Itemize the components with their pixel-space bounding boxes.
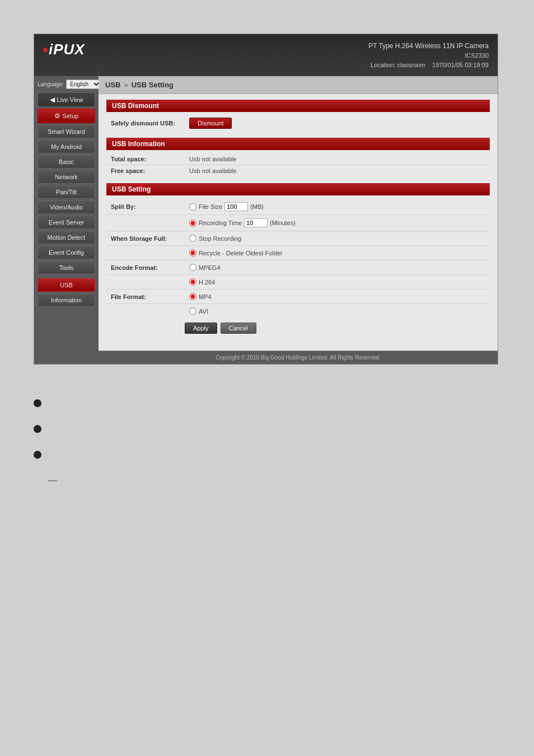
sidebar-item-label: Event Config xyxy=(49,249,84,256)
stop-recording-radio[interactable] xyxy=(189,235,196,242)
sidebar-item-label: My Android xyxy=(51,143,82,150)
sidebar-item-video-audio[interactable]: Video/Audio xyxy=(38,200,95,214)
location-datetime: Location: classroom 1970/01/05 03:19:09 xyxy=(368,60,489,70)
sidebar-item-tools[interactable]: Tools xyxy=(38,261,95,274)
avi-radio-row: AVI xyxy=(189,307,485,315)
bullet-section-3 xyxy=(34,450,500,459)
sidebar-item-label: Video/Audio xyxy=(50,204,83,211)
h264-radio-row: H.264 xyxy=(189,278,485,286)
header-info: PT Type H.264 Wireless 11N IP Camera ICS… xyxy=(368,41,489,69)
sidebar-item-label: Smart Wizard xyxy=(48,128,85,135)
logo-dot xyxy=(43,48,48,52)
sidebar-item-label: Information xyxy=(51,297,82,304)
sidebar-item-motion-detect[interactable]: Motion Detect xyxy=(38,231,95,244)
language-select[interactable]: English French German xyxy=(66,80,101,89)
header: iPUX PT Type H.264 Wireless 11N IP Camer… xyxy=(34,34,498,76)
sidebar-item-label: Setup xyxy=(63,113,79,119)
recycle-radio[interactable] xyxy=(189,249,196,256)
bullet-dot-3 xyxy=(34,451,41,459)
stop-recording-cell: Stop Recording xyxy=(185,231,490,246)
table-row: Encode Format: MPEG4 xyxy=(106,260,490,275)
content-body: USB Dismount Safely dismount USB: Dismou… xyxy=(99,94,498,351)
sidebar-item-network[interactable]: Network xyxy=(38,170,95,184)
usb-information-section: USB Information Total space: Usb not ava… xyxy=(106,138,490,176)
sidebar-item-my-android[interactable]: My Android xyxy=(38,140,95,153)
sidebar-item-basic[interactable]: Basic xyxy=(38,155,95,169)
recording-time-radio-row: Recording Time (Minutes) xyxy=(189,218,485,227)
dismount-label: Safely dismount USB: xyxy=(106,115,185,131)
usb-dismount-section: USB Dismount Safely dismount USB: Dismou… xyxy=(106,100,490,131)
sidebar-item-label: Basic xyxy=(59,158,74,165)
logo: iPUX xyxy=(43,41,85,58)
sidebar-item-label: Live View xyxy=(57,96,83,103)
sidebar-item-label: Tools xyxy=(59,264,74,271)
table-row: Split By: File Size (MB) xyxy=(106,199,490,215)
mpeg4-radio-row: MPEG4 xyxy=(189,264,485,271)
file-size-radio-row: File Size (MB) xyxy=(189,202,485,211)
avi-radio[interactable] xyxy=(189,307,196,315)
table-row: Recycle - Delete Oldest Folder xyxy=(106,246,490,260)
usb-setting-section: USB Setting Split By: File Size xyxy=(106,183,490,338)
bullet-section-1 xyxy=(34,398,500,407)
h264-label: H.264 xyxy=(199,279,215,286)
mp4-label: MP4 xyxy=(199,293,212,300)
sidebar-item-pan-tilt[interactable]: Pan/Tilt xyxy=(38,185,95,199)
sidebar-item-information[interactable]: Information xyxy=(38,293,95,307)
camera-ui: iPUX PT Type H.264 Wireless 11N IP Camer… xyxy=(34,34,498,365)
storage-full-label: When Storage Full: xyxy=(106,231,185,246)
dismount-button[interactable]: Dismount xyxy=(189,118,232,129)
setup-icon: ⚙ xyxy=(54,112,60,120)
usb-dismount-header: USB Dismount xyxy=(106,100,490,112)
total-space-label: Total space: xyxy=(106,153,185,165)
file-size-input[interactable] xyxy=(224,202,248,211)
breadcrumb-separator: » xyxy=(124,81,128,89)
sidebar-item-live-view[interactable]: ◀ Live View xyxy=(38,92,95,107)
h264-radio[interactable] xyxy=(189,278,196,286)
datetime: 1970/01/05 03:19:09 xyxy=(432,62,489,68)
total-space-value: Usb not available xyxy=(185,153,490,165)
table-row: AVI xyxy=(106,304,490,319)
sidebar-item-event-config[interactable]: Event Config xyxy=(38,246,95,259)
mp4-cell: MP4 xyxy=(185,290,490,304)
bottom-content: — xyxy=(0,387,534,497)
sidebar-item-label: USB xyxy=(60,282,73,288)
bullet-dot-2 xyxy=(34,425,41,433)
apply-button[interactable]: Apply xyxy=(185,323,217,334)
sidebar-item-usb[interactable]: USB xyxy=(38,278,95,292)
table-row: When Storage Full: Stop Recording xyxy=(106,231,490,246)
recycle-cell: Recycle - Delete Oldest Folder xyxy=(185,246,490,260)
recording-time-input[interactable] xyxy=(244,218,268,227)
avi-cell: AVI xyxy=(185,304,490,319)
sidebar-item-event-server[interactable]: Event Server xyxy=(38,216,95,229)
sidebar-item-label: Motion Detect xyxy=(48,234,86,241)
mpeg4-radio[interactable] xyxy=(189,264,196,271)
recording-time-radio[interactable] xyxy=(189,220,196,227)
table-row: H.264 xyxy=(106,275,490,290)
recycle-radio-row: Recycle - Delete Oldest Folder xyxy=(189,249,485,256)
free-space-value: Usb not available xyxy=(185,165,490,177)
language-label: Language: xyxy=(38,81,64,87)
recycle-label: Recycle - Delete Oldest Folder xyxy=(199,250,283,256)
setting-table: Split By: File Size (MB) xyxy=(106,199,490,318)
sidebar-item-setup[interactable]: ⚙ Setup xyxy=(38,109,95,123)
file-size-unit: (MB) xyxy=(250,203,264,210)
dismount-table: Safely dismount USB: Dismount xyxy=(106,115,490,131)
camera-type: PT Type H.264 Wireless 11N IP Camera xyxy=(368,41,489,51)
mp4-radio[interactable] xyxy=(189,293,196,300)
live-view-icon: ◀ xyxy=(50,96,55,104)
sidebar-item-smart-wizard[interactable]: Smart Wizard xyxy=(38,125,95,138)
file-size-label: File Size xyxy=(199,203,222,210)
avi-label: AVI xyxy=(199,308,208,315)
encode-format-label: Encode Format: xyxy=(106,260,185,275)
usb-setting-header: USB Setting xyxy=(106,183,490,195)
recording-time-unit: (Minutes) xyxy=(270,220,296,226)
table-row: Total space: Usb not available xyxy=(106,153,490,165)
breadcrumb-child: USB Setting xyxy=(132,81,174,89)
cancel-button[interactable]: Cancel xyxy=(221,323,256,334)
recording-time-label: Recording Time xyxy=(199,220,242,226)
table-row: Free space: Usb not available xyxy=(106,165,490,177)
file-size-radio[interactable] xyxy=(189,203,196,211)
button-row: Apply Cancel xyxy=(106,318,490,338)
mpeg4-cell: MPEG4 xyxy=(185,260,490,275)
h264-cell: H.264 xyxy=(185,275,490,290)
